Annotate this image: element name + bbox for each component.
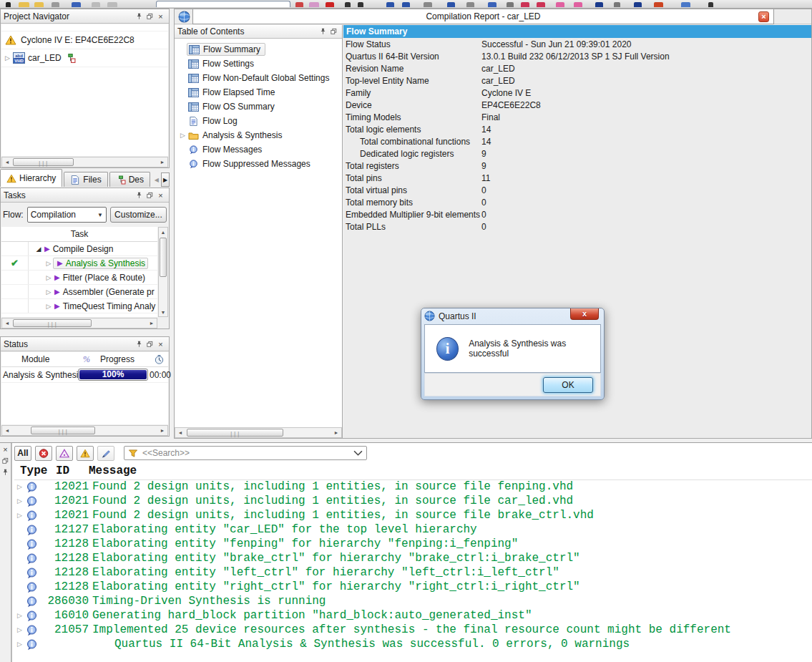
close-icon[interactable]: × xyxy=(155,190,166,200)
pin-icon[interactable] xyxy=(134,339,145,349)
toc-item[interactable]: Flow Log xyxy=(175,114,342,128)
status-hscrollbar[interactable]: ◄ ► ∣∣∣ xyxy=(1,425,168,436)
scroll-left-icon[interactable]: ◄ xyxy=(2,157,12,167)
close-icon[interactable]: × xyxy=(0,444,11,454)
message-row[interactable]: 12128Elaborating entity "brake_ctrl" for… xyxy=(14,552,812,566)
scroll-right-icon[interactable]: ► xyxy=(147,318,157,328)
task-label: Fitter (Place & Route) xyxy=(63,273,145,283)
tab-des[interactable]: Des xyxy=(109,172,150,187)
filter-warnings-button[interactable] xyxy=(77,446,94,461)
expand-icon[interactable]: ▷ xyxy=(17,641,22,648)
task-row[interactable]: ▷▶TimeQuest Timing Analy xyxy=(1,299,157,313)
scroll-thumb[interactable]: ∣∣∣ xyxy=(187,429,283,437)
scroll-right-icon[interactable]: ► xyxy=(157,426,167,435)
collapse-icon[interactable]: ◢ xyxy=(34,245,43,253)
expand-icon[interactable]: ▷ xyxy=(44,303,53,310)
flow-dropdown[interactable]: Compilation ▼ xyxy=(27,207,107,223)
flag-messages-button[interactable] xyxy=(97,446,114,461)
scroll-down-icon[interactable]: ▼ xyxy=(159,308,167,316)
toolbar-icon-clipped xyxy=(52,2,59,7)
pin-icon[interactable] xyxy=(318,26,328,36)
filter-all-button[interactable]: All xyxy=(14,446,31,461)
flow-summary-value: EP4CE6E22C8 xyxy=(481,100,541,112)
toc-item[interactable]: Flow Non-Default Global Settings xyxy=(175,71,342,85)
task-row[interactable]: ▷▶Assembler (Generate pr xyxy=(1,285,157,299)
scroll-left-icon[interactable]: ◄ xyxy=(175,428,185,437)
expand-icon[interactable]: ▷ xyxy=(44,260,53,267)
search-dropdown[interactable]: <<Search>> xyxy=(124,446,367,460)
float-icon[interactable] xyxy=(145,11,155,21)
ok-button[interactable]: OK xyxy=(543,377,593,393)
task-hscrollbar[interactable]: ◄ ► ∣∣∣ xyxy=(1,318,157,328)
pin-icon[interactable] xyxy=(0,467,11,477)
quartus-globe-icon xyxy=(178,11,190,23)
task-row[interactable]: ◢▶Compile Design xyxy=(1,242,157,256)
tab-scroll-left-icon[interactable]: ◀ xyxy=(152,172,160,187)
float-icon[interactable] xyxy=(0,456,11,466)
expand-icon[interactable]: ▷ xyxy=(17,626,22,633)
expand-icon[interactable]: ▷ xyxy=(44,288,53,296)
pin-icon[interactable] xyxy=(134,190,145,200)
expand-icon[interactable]: ▷ xyxy=(17,497,22,505)
toc-item[interactable]: Flow OS Summary xyxy=(175,99,342,114)
filter-critical-warnings-button[interactable] xyxy=(56,446,73,461)
pin-icon[interactable] xyxy=(134,11,145,21)
scroll-thumb[interactable]: ∣∣∣ xyxy=(13,158,74,166)
messages-header-row: Type ID Message xyxy=(14,463,812,480)
close-icon[interactable]: × xyxy=(155,11,166,21)
message-row[interactable]: 12128Elaborating entity "right_ctrl" for… xyxy=(14,580,812,595)
message-row[interactable]: 12128Elaborating entity "fenping" for hi… xyxy=(14,537,812,552)
toc-item-inner: Analysis & Synthesis xyxy=(188,130,282,140)
scroll-up-icon[interactable]: ▲ xyxy=(159,228,167,236)
toc-item[interactable]: ▷Analysis & Synthesis xyxy=(175,128,342,142)
toc-item[interactable]: Flow Elapsed Time xyxy=(175,85,342,99)
toc-item[interactable]: Flow Summary xyxy=(175,42,342,57)
toc-item[interactable]: Flow Suppressed Messages xyxy=(175,157,342,171)
message-row[interactable]: ▷12021Found 2 design units, including 1 … xyxy=(14,509,812,523)
expand-icon[interactable]: ▷ xyxy=(180,132,188,139)
message-row[interactable]: ▷12021Found 2 design units, including 1 … xyxy=(14,480,812,495)
task-row[interactable]: ▷▶Fitter (Place & Route) xyxy=(1,271,157,285)
float-icon[interactable] xyxy=(328,26,339,36)
report-tab[interactable]: Compilation Report - car_LED × xyxy=(192,9,774,24)
expand-icon[interactable]: ▷ xyxy=(17,483,22,490)
float-icon[interactable] xyxy=(145,190,155,200)
task-row[interactable]: ✔▷▶Analysis & Synthesis xyxy=(1,256,157,271)
scroll-thumb[interactable]: ∣∣∣ xyxy=(31,427,95,434)
message-row[interactable]: ▷21057Implemented 25 device resources af… xyxy=(14,623,812,638)
toc-hscrollbar[interactable]: ◄ ► ∣∣∣ xyxy=(175,427,342,438)
message-row[interactable]: 12128Elaborating entity "left_ctrl" for … xyxy=(14,566,812,580)
scroll-left-icon[interactable]: ◄ xyxy=(2,318,12,328)
toc-item[interactable]: Flow Settings xyxy=(175,57,342,71)
close-icon[interactable]: × xyxy=(758,11,769,22)
scroll-left-icon[interactable]: ◄ xyxy=(2,426,12,435)
tab-files[interactable]: Files xyxy=(64,172,107,187)
message-row[interactable]: 12127Elaborating entity "car_LED" for th… xyxy=(14,523,812,537)
expand-icon[interactable]: ▷ xyxy=(17,512,22,519)
tab-scroll-right-icon[interactable]: ▶ xyxy=(161,172,170,187)
tree-item-device[interactable]: Cyclone IV E: EP4CE6E22C8 xyxy=(1,31,168,49)
filter-errors-button[interactable] xyxy=(35,446,52,461)
message-row[interactable]: 286030Timing-Driven Synthesis is running xyxy=(14,595,812,609)
customize-button[interactable]: Customize... xyxy=(110,207,167,223)
close-icon[interactable]: x xyxy=(570,308,599,320)
expand-icon[interactable]: ▷ xyxy=(5,54,13,62)
expand-icon[interactable]: ▷ xyxy=(17,612,22,619)
scroll-thumb[interactable] xyxy=(160,238,167,277)
scroll-right-icon[interactable]: ► xyxy=(157,157,167,167)
float-icon[interactable] xyxy=(145,339,155,349)
scroll-thumb[interactable]: ∣∣∣ xyxy=(13,319,92,327)
expand-icon[interactable]: ▷ xyxy=(44,274,53,281)
task-vscrollbar[interactable]: ▲ ▼ xyxy=(158,227,168,317)
toc-item[interactable]: Flow Messages xyxy=(175,142,342,157)
tab-hierarchy[interactable]: Hierarchy xyxy=(0,169,62,187)
message-row[interactable]: ▷16010Generating hard_block partition "h… xyxy=(14,609,812,623)
pn-hscrollbar[interactable]: ◄ ► ∣∣∣ xyxy=(1,157,168,167)
flow-summary-label: Total pins xyxy=(343,173,481,185)
scroll-right-icon[interactable]: ► xyxy=(331,428,341,437)
close-icon[interactable]: × xyxy=(155,339,166,349)
tree-item-entity[interactable]: ▷ abdVHD car_LED xyxy=(1,49,168,67)
message-row[interactable]: ▷12021Found 2 design units, including 1 … xyxy=(14,495,812,509)
task-cell: ▶Assembler (Generate pr xyxy=(53,287,155,297)
message-row[interactable]: ▷Quartus II 64-Bit Analysis & Synthesis … xyxy=(14,638,812,652)
